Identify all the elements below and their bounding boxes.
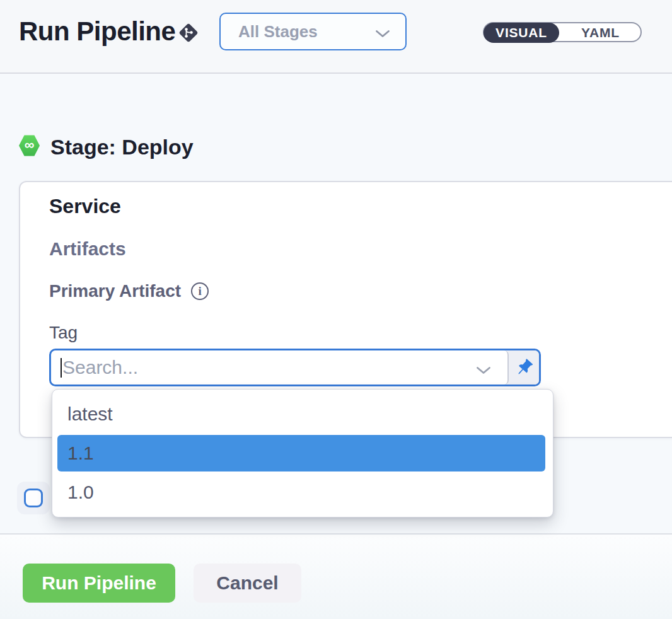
- pushpin-icon: [512, 356, 536, 379]
- tag-dropdown-menu: latest 1.1 1.0: [52, 389, 553, 518]
- cd-stage-icon: ∞: [19, 134, 40, 157]
- primary-artifact-row: Primary Artifact i: [49, 281, 209, 301]
- infinity-glyph: ∞: [25, 138, 35, 152]
- tag-search-input[interactable]: [51, 350, 507, 385]
- stage-title: Stage: Deploy: [50, 136, 194, 158]
- dropdown-option-latest[interactable]: latest: [52, 395, 553, 434]
- dropdown-option-1-1[interactable]: 1.1: [57, 435, 545, 471]
- run-pipeline-dialog: Run Pipeline All Stages VISUAL YAML ∞ S: [0, 0, 672, 619]
- run-pipeline-button[interactable]: Run Pipeline: [23, 564, 175, 603]
- cancel-button[interactable]: Cancel: [194, 564, 301, 603]
- tag-search-field: [51, 350, 509, 385]
- info-icon[interactable]: i: [191, 282, 209, 300]
- page-title: Run Pipeline: [19, 18, 175, 45]
- git-branch-icon: [178, 22, 199, 43]
- tag-label: Tag: [49, 323, 78, 343]
- checkbox[interactable]: [24, 489, 43, 507]
- tab-visual[interactable]: VISUAL: [484, 23, 559, 43]
- all-stages-select[interactable]: All Stages: [219, 13, 407, 50]
- chevron-down-icon: [375, 30, 390, 38]
- artifacts-section-title: Artifacts: [49, 238, 126, 260]
- tab-yaml[interactable]: YAML: [559, 23, 642, 42]
- service-section-title: Service: [49, 195, 121, 218]
- pin-button[interactable]: [509, 350, 539, 385]
- info-glyph: i: [198, 284, 201, 298]
- dialog-header: Run Pipeline All Stages VISUAL YAML: [0, 0, 672, 74]
- all-stages-select-value: All Stages: [238, 22, 318, 42]
- dialog-footer: Run Pipeline Cancel: [0, 533, 672, 619]
- chevron-down-icon[interactable]: [476, 366, 491, 374]
- tag-combobox: [49, 349, 541, 386]
- text-caret: [61, 358, 62, 378]
- primary-artifact-label: Primary Artifact: [49, 281, 181, 301]
- visual-yaml-toggle: VISUAL YAML: [483, 22, 642, 42]
- dropdown-option-1-0[interactable]: 1.0: [52, 473, 553, 512]
